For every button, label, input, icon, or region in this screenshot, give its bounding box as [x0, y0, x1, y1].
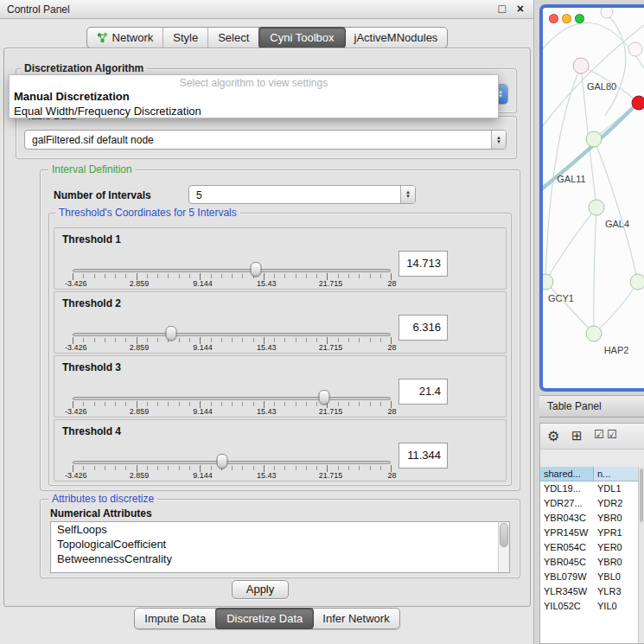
network-node-gal4[interactable]	[589, 200, 604, 215]
screen: Control Panel □ × NetworkStyleSelectCyni…	[0, 0, 644, 644]
network-node-gal11[interactable]	[586, 131, 602, 147]
network-edge	[545, 207, 596, 282]
select-all-checkbox-icon[interactable]: ☑	[594, 428, 604, 441]
table-scrollbar[interactable]	[638, 467, 644, 644]
node-label-hap2: HAP2	[604, 345, 629, 355]
column-header-name[interactable]: n...	[594, 467, 639, 481]
attributes-group-title: Attributes to discretize	[48, 493, 157, 505]
table-row[interactable]: YIL052CYIL0	[540, 599, 639, 614]
network-edge	[594, 282, 638, 334]
network-view-window: GAL80GAL11GAL4GCY1HAP2	[539, 4, 644, 392]
numerical-attributes-list[interactable]: SelfLoopsTopologicalCoefficientBetweenne…	[50, 521, 510, 573]
tab-impute-data[interactable]: Impute Data	[135, 609, 216, 628]
select-columns-checkbox-icon[interactable]: ☑	[607, 428, 617, 441]
algorithm-dropdown-popup: Select algorithm to view settings Manual…	[9, 74, 499, 118]
num-intervals-combobox[interactable]: 5 ▲▼	[188, 185, 416, 204]
slider-scale-label: 15.43	[257, 407, 277, 416]
network-node-hap2[interactable]	[586, 326, 602, 341]
popup-option-equal-width-frequency-discretization[interactable]: Equal Width/Frequency Discretization	[10, 104, 498, 118]
attribute-item-topologicalcoefficient[interactable]: TopologicalCoefficient	[51, 537, 509, 552]
control-panel-window: Control Panel □ × NetworkStyleSelectCyni…	[0, 0, 534, 644]
tab-discretize-data[interactable]: Discretize Data	[215, 608, 314, 629]
attribute-item-selfloops[interactable]: SelfLoops	[51, 522, 509, 537]
network-node[interactable]	[630, 274, 644, 290]
algorithm-group-title: Discretization Algorithm	[21, 62, 147, 74]
slider-thumb[interactable]	[318, 390, 329, 405]
tab-style[interactable]: Style	[163, 28, 208, 48]
table-row[interactable]: YDR27...YDR2	[540, 496, 639, 511]
column-header-shared-name[interactable]: shared...	[540, 467, 594, 481]
table-row[interactable]: YBR045CYBR0	[540, 555, 639, 570]
zoom-traffic-light-icon[interactable]	[575, 14, 584, 23]
cell-shared-name: YLR345W	[544, 586, 587, 596]
slider-scale-label: 2.859	[130, 343, 150, 352]
threshold-panel-2: Threshold 2-3.4262.8599.14415.4321.71528…	[54, 291, 507, 354]
network-canvas[interactable]: GAL80GAL11GAL4GCY1HAP2	[543, 8, 644, 388]
cell-shared-name: YBR045C	[544, 557, 586, 567]
window-title: Control Panel	[7, 3, 70, 16]
table-row[interactable]: YPR145WYPR1	[540, 526, 639, 540]
threshold-value-field[interactable]: 6.316	[399, 315, 448, 341]
threshold-slider[interactable]: -3.4262.8599.14415.4321.71528	[73, 379, 391, 417]
slider-scale-label: 2.859	[130, 279, 150, 288]
settings-gear-icon[interactable]: ⚙	[547, 428, 559, 444]
slider-scale-label: -3.426	[65, 471, 87, 480]
popup-header: Select algorithm to view settings	[10, 75, 498, 89]
node-label-gal11: GAL11	[557, 174, 585, 184]
network-node[interactable]	[632, 96, 644, 110]
close-traffic-light-icon[interactable]	[549, 14, 558, 23]
threshold-slider[interactable]: -3.4262.8599.14415.4321.71528	[73, 443, 391, 481]
table-data-combobox[interactable]: galFiltered.sif default node ▲▼	[24, 130, 507, 150]
slider-thumb[interactable]	[216, 454, 227, 469]
network-node-gcy1[interactable]	[543, 274, 553, 290]
show-columns-icon[interactable]: ⊞	[571, 428, 583, 443]
popup-option-manual-discretization[interactable]: Manual Discretization	[10, 89, 498, 104]
cell-shared-name: YBR043C	[544, 513, 586, 523]
table-row[interactable]: YLR345WYLR3	[540, 584, 639, 599]
node-label-gal4: GAL4	[605, 219, 629, 229]
slider-thumb[interactable]	[166, 326, 177, 341]
top-tabs: NetworkStyleSelectCyni ToolboxjActiveMNo…	[0, 27, 534, 48]
scrollbar-thumb[interactable]	[500, 523, 508, 547]
table-row[interactable]: YDL19...YDL1	[540, 481, 639, 496]
tab-jactivemnodules[interactable]: jActiveMNodules	[345, 28, 448, 48]
network-edge	[545, 282, 594, 334]
apply-button[interactable]: Apply	[232, 580, 289, 599]
table-row[interactable]: YBR043CYBR0	[540, 511, 639, 526]
minimize-traffic-light-icon[interactable]	[562, 14, 571, 23]
table-row[interactable]: YER054CYER0	[540, 540, 639, 555]
threshold-slider[interactable]: -3.4262.8599.14415.4321.71528	[73, 315, 391, 353]
network-node[interactable]	[601, 8, 613, 18]
threshold-value-field[interactable]: 21.4	[399, 379, 448, 405]
slider-scale-label: 9.144	[193, 407, 213, 416]
tab-infer-network[interactable]: Infer Network	[313, 609, 399, 628]
threshold-slider[interactable]: -3.4262.8599.14415.4321.71528	[73, 251, 391, 289]
slider-scale-label: 2.859	[130, 407, 150, 416]
threshold-value-field[interactable]: 11.344	[399, 443, 448, 469]
tab-select[interactable]: Select	[208, 28, 259, 48]
table-row[interactable]: YBL079WYBL0	[540, 570, 639, 584]
scrollbar-thumb[interactable]	[640, 469, 643, 522]
table-panel-title: Table Panel	[547, 400, 602, 412]
cell-name: YLR3	[597, 586, 622, 596]
threshold-value-field[interactable]: 14.713	[399, 251, 448, 277]
network-node[interactable]	[628, 42, 642, 56]
slider-scale-label: 28	[387, 279, 396, 288]
float-window-icon[interactable]: □	[499, 2, 506, 16]
list-scrollbar[interactable]	[498, 522, 509, 572]
threshold-panel-1: Threshold 1-3.4262.8599.14415.4321.71528…	[54, 227, 507, 290]
tab-cyni-toolbox[interactable]: Cyni Toolbox	[258, 27, 345, 48]
threshold-label: Threshold 1	[62, 233, 121, 245]
tab-label: Cyni Toolbox	[270, 31, 334, 44]
close-window-icon[interactable]: ×	[517, 2, 524, 16]
network-edge	[594, 207, 596, 334]
network-node-gal80[interactable]	[573, 58, 589, 73]
slider-scale-label: 9.144	[193, 343, 213, 352]
threshold-list: Threshold 1-3.4262.8599.14415.4321.71528…	[54, 226, 507, 484]
tab-network[interactable]: Network	[87, 28, 164, 48]
slider-thumb[interactable]	[251, 262, 262, 277]
node-table: shared... n... YDL19...YDL1YDR27...YDR2Y…	[540, 467, 639, 644]
attribute-item-betweennesscentrality[interactable]: BetweennessCentrality	[51, 552, 509, 566]
top-tab-strip: NetworkStyleSelectCyni ToolboxjActiveMNo…	[86, 27, 449, 48]
slider-scale-label: 28	[387, 471, 396, 480]
